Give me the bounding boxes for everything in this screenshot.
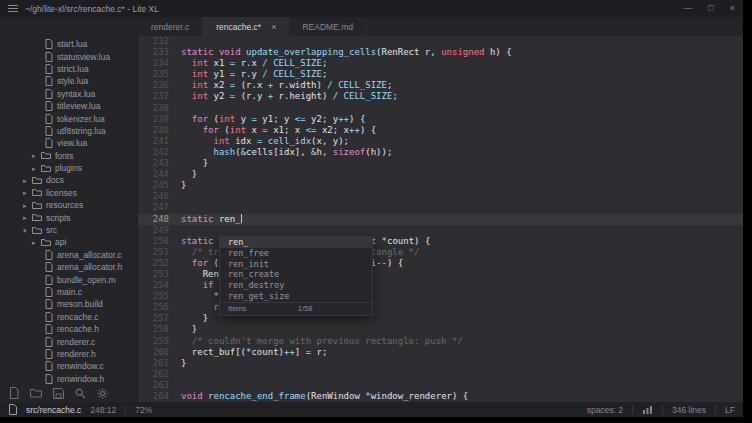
tree-item-docs[interactable]: ▸docs xyxy=(0,174,137,186)
save-icon[interactable] xyxy=(53,388,64,399)
code-line[interactable]: 234 int x1 = r.x / CELL_SIZE; xyxy=(138,58,743,69)
code-line[interactable]: 247 xyxy=(138,202,743,213)
tree-item-tokenizer-lua[interactable]: tokenizer.lua xyxy=(0,112,137,124)
code-line[interactable]: 238 xyxy=(138,103,743,114)
line-number: 257 xyxy=(138,313,181,324)
code-line[interactable]: 248static ren_ xyxy=(138,214,743,225)
chevron-right-icon[interactable]: ▸ xyxy=(32,152,41,159)
file-icon xyxy=(45,250,53,260)
autocomplete-item[interactable]: ren_ xyxy=(220,237,372,248)
chevron-right-icon[interactable]: ▸ xyxy=(23,177,32,184)
minimize-icon[interactable]: — xyxy=(683,4,692,13)
code-editor[interactable]: 232233static void update_overlapping_cel… xyxy=(138,36,743,402)
tree-item-arena-allocator-h[interactable]: arena_allocator.h xyxy=(0,261,137,273)
code-line[interactable]: 264void rencache_end_frame(RenWindow *wi… xyxy=(138,391,743,402)
code-line[interactable]: 244 } xyxy=(138,169,743,180)
code-line[interactable]: 262 xyxy=(138,369,743,380)
tree-item-rencache-h[interactable]: rencache.h xyxy=(0,323,137,335)
code-line[interactable]: 263 xyxy=(138,380,743,391)
chevron-right-icon[interactable]: ▸ xyxy=(32,165,41,172)
new-file-icon[interactable] xyxy=(9,387,19,399)
code-line[interactable]: 236 int x2 = (r.x + r.width) / CELL_SIZE… xyxy=(138,80,743,91)
tree-item-view-lua[interactable]: view.lua xyxy=(0,137,137,149)
menu-icon[interactable] xyxy=(8,3,18,14)
open-folder-icon[interactable] xyxy=(30,388,42,398)
code-line[interactable]: 258 } xyxy=(138,324,743,335)
tree-item-src[interactable]: ▾src xyxy=(0,224,137,236)
code-line[interactable]: 242 hash(&cells[idx], &h, sizeof(h)); xyxy=(138,147,743,158)
code-line[interactable]: 235 int y1 = r.y / CELL_SIZE; xyxy=(138,69,743,80)
tree-item-label: rencache.c xyxy=(57,312,99,322)
autocomplete-item[interactable]: ren_destroy xyxy=(220,280,372,291)
status-filename[interactable]: src/rencache.c xyxy=(26,405,81,415)
code-line[interactable]: 239 for (int y = y1; y <= y2; y++) { xyxy=(138,114,743,125)
tree-item-strict-lua[interactable]: strict.lua xyxy=(0,63,137,75)
file-icon xyxy=(45,64,53,74)
status-line-ending[interactable]: LF xyxy=(725,405,735,415)
tree-item-arena-allocator-c[interactable]: arena_allocator.c xyxy=(0,249,137,261)
tab-close-icon[interactable]: × xyxy=(271,22,276,32)
code-text: for (int y = y1; y <= y2; y++) { xyxy=(181,114,365,125)
status-cursor-position[interactable]: 248:12 xyxy=(90,405,116,415)
autocomplete-item[interactable]: ren_init xyxy=(220,259,372,270)
code-line[interactable]: 240 for (int x = x1; x <= x2; x++) { xyxy=(138,125,743,136)
tab-renderer-c[interactable]: renderer.c xyxy=(138,17,203,36)
chevron-right-icon[interactable]: ▸ xyxy=(23,189,32,196)
tab-rencache-c-[interactable]: rencache.c*× xyxy=(203,17,289,36)
tree-item-start-lua[interactable]: start.lua xyxy=(0,38,137,50)
status-indent-mode[interactable]: spaces: 2 xyxy=(587,405,623,415)
code-line[interactable]: 237 int y2 = (r.y + r.height) / CELL_SIZ… xyxy=(138,91,743,102)
autocomplete-item[interactable]: ren_create xyxy=(220,269,372,280)
chart-icon[interactable] xyxy=(642,405,653,414)
tree-item-syntax-lua[interactable]: syntax.lua xyxy=(0,88,137,100)
chevron-down-icon[interactable]: ▾ xyxy=(23,227,32,234)
code-line[interactable]: 233static void update_overlapping_cells(… xyxy=(138,47,743,58)
autocomplete-item[interactable]: ren_free xyxy=(220,248,372,259)
tree-item-licenses[interactable]: ▸licenses xyxy=(0,187,137,199)
status-line-count[interactable]: 346 lines xyxy=(672,405,706,415)
tab-readme-md[interactable]: README.md xyxy=(289,17,367,36)
tree-item-main-c[interactable]: main.c xyxy=(0,286,137,298)
tree-item-renderer-h[interactable]: renderer.h xyxy=(0,348,137,360)
settings-icon[interactable] xyxy=(97,388,108,399)
chevron-right-icon[interactable]: ▸ xyxy=(32,239,41,246)
tree-item-titleview-lua[interactable]: titleview.lua xyxy=(0,100,137,112)
tree-item-renderer-c[interactable]: renderer.c xyxy=(0,335,137,347)
file-icon xyxy=(45,361,53,371)
tree-item-style-lua[interactable]: style.lua xyxy=(0,75,137,87)
tree-item-utf8string-lua[interactable]: utf8string.lua xyxy=(0,125,137,137)
tree-item-statusview-lua[interactable]: statusview.lua xyxy=(0,50,137,62)
tree-item-renwindow-c[interactable]: renwindow.c xyxy=(0,360,137,372)
tab-label: README.md xyxy=(302,22,353,32)
code-line[interactable]: 261} xyxy=(138,358,743,369)
code-line[interactable]: 260 rect_buf[(*count)++] = r; xyxy=(138,347,743,358)
tree-item-scripts[interactable]: ▸scripts xyxy=(0,211,137,223)
chevron-right-icon[interactable]: ▸ xyxy=(23,202,32,209)
close-icon[interactable]: × xyxy=(730,4,735,13)
line-number: 258 xyxy=(138,324,181,335)
code-text: static void update_overlapping_cells(Ren… xyxy=(181,47,512,58)
search-icon[interactable] xyxy=(75,388,86,399)
status-separator xyxy=(715,405,716,414)
tree-item-renwindow-h[interactable]: renwindow.h xyxy=(0,373,137,384)
chevron-right-icon[interactable]: ▸ xyxy=(23,214,32,221)
tree-item-api[interactable]: ▸api xyxy=(0,236,137,248)
code-line[interactable]: 232 xyxy=(138,36,743,47)
code-line[interactable]: 241 int idx = cell_idx(x, y); xyxy=(138,136,743,147)
tree-item-plugins[interactable]: ▸plugins xyxy=(0,162,137,174)
tree-item-meson-build[interactable]: meson.build xyxy=(0,298,137,310)
tree-item-resources[interactable]: ▸resources xyxy=(0,199,137,211)
code-line[interactable]: 245} xyxy=(138,180,743,191)
maximize-icon[interactable]: □ xyxy=(708,4,713,13)
status-scroll-percent[interactable]: 72% xyxy=(135,405,152,415)
code-line[interactable]: 246 xyxy=(138,191,743,202)
line-number: 255 xyxy=(138,291,181,302)
code-line[interactable]: 249 xyxy=(138,225,743,236)
tree-item-rencache-c[interactable]: rencache.c xyxy=(0,311,137,323)
line-number: 256 xyxy=(138,302,181,313)
tree-item-bundle-open-m[interactable]: bundle_open.m xyxy=(0,273,137,285)
code-line[interactable]: 259 /* couldn't merge with previous rect… xyxy=(138,336,743,347)
code-line[interactable]: 243 } xyxy=(138,158,743,169)
tree-item-fonts[interactable]: ▸fonts xyxy=(0,150,137,162)
autocomplete-item[interactable]: ren_get_size xyxy=(220,291,372,302)
